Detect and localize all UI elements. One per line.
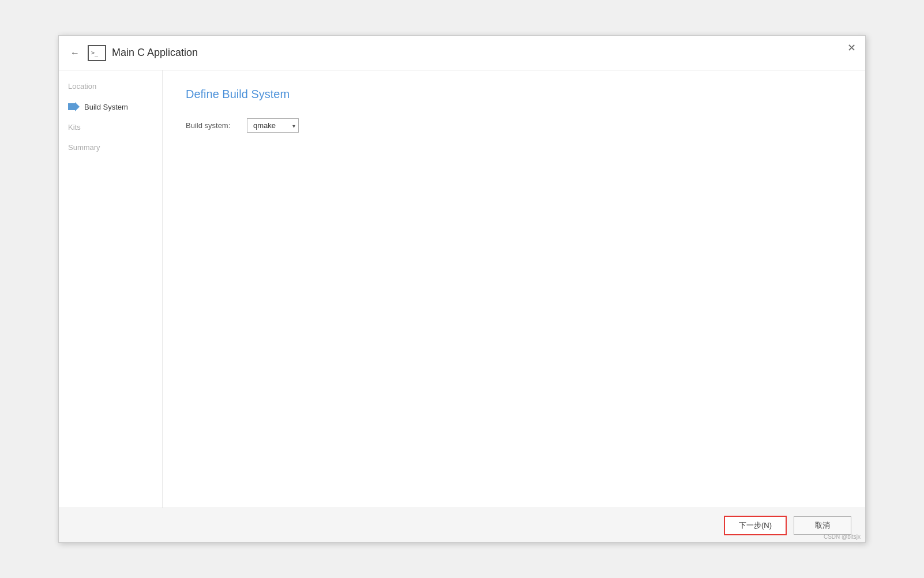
build-system-select[interactable]: qmake cmake qbs [247,118,299,133]
sidebar-label-build-system: Build System [84,103,128,111]
sidebar-label-location: Location [68,82,96,91]
sidebar-item-summary[interactable]: Summary [68,143,153,152]
sidebar: Location Build System Kits Summary [59,70,163,508]
sidebar-label-summary: Summary [68,143,100,152]
sidebar-item-build-system[interactable]: Build System [68,102,153,111]
sidebar-label-kits: Kits [68,123,81,132]
cancel-button[interactable]: 取消 [794,516,851,535]
title-bar: ← Main C Application ✕ [59,36,865,70]
back-button[interactable]: ← [68,46,82,61]
sidebar-item-kits[interactable]: Kits [68,123,153,132]
main-panel: Define Build System Build system: qmake … [163,70,865,508]
main-window: ← Main C Application ✕ Location Build Sy… [58,35,866,543]
next-button[interactable]: 下一步(N) [724,516,787,535]
app-icon [88,45,106,61]
build-system-row: Build system: qmake cmake qbs ▾ [186,118,842,133]
svg-marker-0 [68,102,80,111]
window-title: Main C Application [112,47,198,59]
build-system-label: Build system: [186,121,238,130]
watermark-text: CSDN @bitsjx [824,534,861,540]
build-system-select-wrapper: qmake cmake qbs ▾ [247,118,299,133]
close-button[interactable]: ✕ [847,43,856,53]
content-area: Location Build System Kits Summary Defin… [59,70,865,508]
back-icon: ← [70,48,80,58]
section-title: Define Build System [186,88,842,101]
footer-bar: 下一步(N) 取消 [59,508,865,542]
sidebar-item-location[interactable]: Location [68,82,153,91]
active-arrow-icon [68,102,80,111]
